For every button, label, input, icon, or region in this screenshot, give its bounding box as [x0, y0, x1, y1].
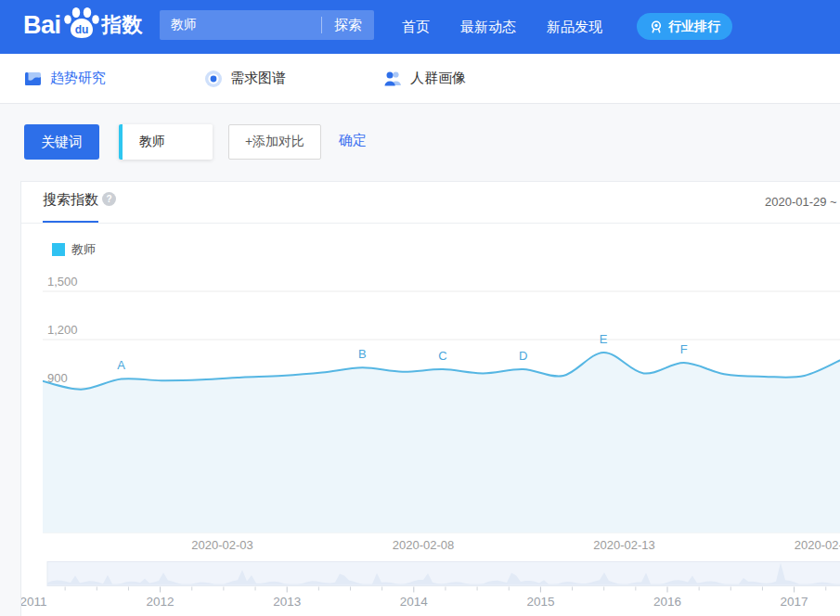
section-tabbar: 趋势研究 需求图谱 人群画像	[0, 54, 840, 104]
card-divider	[21, 223, 840, 224]
baidu-index-logo[interactable]: Bai du 指数	[23, 8, 143, 42]
date-range-picker[interactable]: 2020-01-29 ~	[765, 195, 837, 209]
tab-label-demand: 需求图谱	[230, 70, 286, 87]
svg-text:2015: 2015	[526, 595, 554, 609]
radar-dot-icon	[204, 70, 223, 88]
search-submit-button[interactable]: 探索	[322, 17, 374, 34]
trend-chart-svg[interactable]: 3006009001,2001,5002020-02-032020-02-082…	[43, 275, 840, 558]
svg-text:B: B	[358, 347, 367, 361]
svg-text:D: D	[519, 349, 527, 363]
confirm-link[interactable]: 确定	[339, 132, 367, 149]
baidu-index-page: Bai du 指数 探索 首页 最新动态 新品发现	[0, 0, 840, 616]
industry-ranking-button[interactable]: 行业排行	[637, 13, 732, 40]
svg-text:2017: 2017	[781, 595, 808, 609]
people-icon	[382, 70, 403, 87]
svg-text:2020-02-08: 2020-02-08	[393, 538, 455, 552]
search-index-card: 搜索指数 ? 2020-01-29 ~ 教师 3006009001,2001,5…	[20, 181, 840, 616]
top-header: Bai du 指数 探索 首页 最新动态 新品发现	[0, 0, 840, 54]
keyword-input-box	[119, 124, 213, 160]
svg-text:2020-02-13: 2020-02-13	[593, 538, 655, 552]
svg-text:2011: 2011	[21, 595, 47, 609]
medal-icon	[649, 19, 664, 34]
tab-crowd-portrait[interactable]: 人群画像	[382, 54, 466, 103]
keyword-button[interactable]: 关键词	[24, 124, 99, 160]
chart-legend[interactable]: 教师	[52, 241, 96, 258]
search-index-tab[interactable]: 搜索指数	[43, 191, 98, 209]
main-area: 关键词 +添加对比 确定 搜索指数 ? 2020-01-29 ~ 教师 3006…	[0, 104, 840, 616]
legend-swatch	[52, 243, 65, 256]
nav-item-discover[interactable]: 新品发现	[547, 19, 602, 36]
legend-label: 教师	[71, 241, 96, 258]
trend-chart-icon	[23, 70, 43, 88]
svg-text:2020-02-18: 2020-02-18	[795, 538, 840, 552]
svg-text:2016: 2016	[653, 595, 681, 609]
svg-text:F: F	[680, 342, 688, 356]
tab-label-crowd: 人群画像	[410, 70, 466, 87]
tab-trend-research[interactable]: 趋势研究	[23, 54, 106, 103]
header-search-box: 探索	[160, 10, 374, 40]
svg-text:2014: 2014	[400, 595, 429, 609]
logo-text-bai: Bai	[23, 11, 61, 40]
logo-text-du: du	[74, 23, 88, 36]
logo-text-suffix: 指数	[102, 11, 143, 39]
top-nav: 首页 最新动态 新品发现	[402, 0, 602, 54]
nav-item-home[interactable]: 首页	[402, 19, 430, 36]
svg-text:2012: 2012	[147, 595, 174, 609]
svg-text:A: A	[117, 358, 125, 372]
timeline-brush-svg[interactable]: 2011201220132014201520162017	[21, 561, 840, 616]
baidu-paw-icon: du	[63, 6, 100, 40]
search-input[interactable]	[160, 18, 321, 32]
svg-text:E: E	[600, 332, 608, 346]
industry-ranking-label: 行业排行	[668, 19, 720, 35]
tab-demand-map[interactable]: 需求图谱	[204, 54, 286, 103]
keyword-input[interactable]	[123, 124, 213, 160]
tab-label-trend: 趋势研究	[50, 70, 106, 87]
help-icon[interactable]: ?	[102, 192, 116, 206]
svg-text:2013: 2013	[273, 595, 301, 609]
svg-text:2020-02-03: 2020-02-03	[191, 538, 253, 552]
svg-text:1,500: 1,500	[47, 275, 78, 289]
svg-text:C: C	[438, 349, 446, 363]
svg-text:1,200: 1,200	[47, 323, 78, 337]
add-compare-button[interactable]: +添加对比	[228, 124, 321, 160]
nav-item-news[interactable]: 最新动态	[460, 19, 516, 36]
